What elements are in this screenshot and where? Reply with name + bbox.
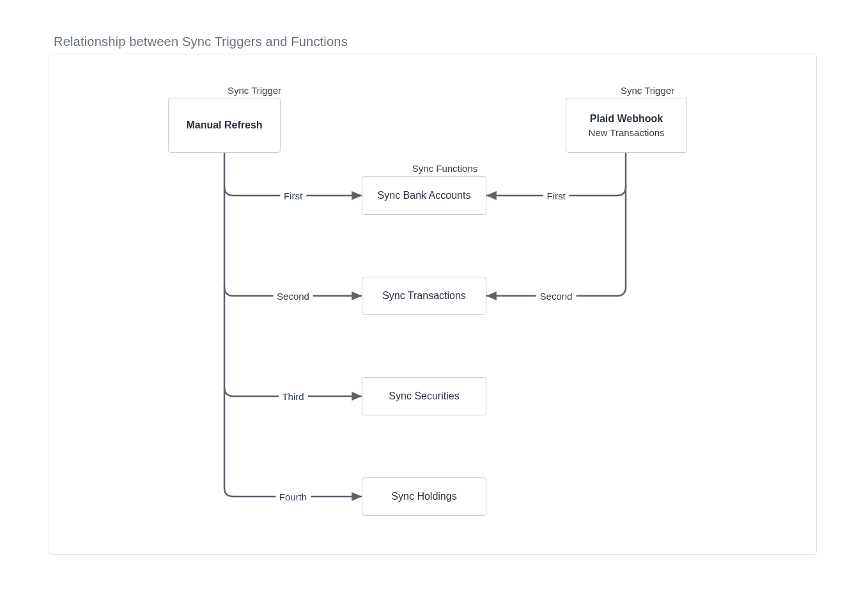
node-title: Plaid Webhook xyxy=(590,113,663,125)
node-subtitle: New Transactions xyxy=(588,127,664,138)
node-plaid-webhook: Plaid Webhook New Transactions xyxy=(566,98,687,153)
node-manual-refresh: Manual Refresh xyxy=(168,98,281,153)
edge-label-first-right: First xyxy=(543,190,569,201)
edge-label-third-left: Third xyxy=(278,391,307,402)
node-text: Sync Securities xyxy=(389,390,459,402)
label-sync-trigger-left: Sync Trigger xyxy=(222,85,286,96)
edge-label-fourth-left: Fourth xyxy=(275,491,311,502)
diagram-frame: Sync Trigger Sync Trigger Sync Functions… xyxy=(49,54,817,555)
node-sync-securities: Sync Securities xyxy=(362,377,486,415)
label-sync-trigger-right: Sync Trigger xyxy=(616,85,679,96)
node-sync-bank-accounts: Sync Bank Accounts xyxy=(362,176,486,215)
label-sync-functions: Sync Functions xyxy=(407,163,483,174)
page-title: Relationship between Sync Triggers and F… xyxy=(54,35,348,49)
edge-label-second-left: Second xyxy=(273,291,313,302)
node-text: Sync Holdings xyxy=(391,491,456,502)
node-text: Sync Transactions xyxy=(382,290,466,302)
edge-label-second-right: Second xyxy=(536,291,577,302)
node-title: Manual Refresh xyxy=(186,120,262,131)
node-sync-transactions: Sync Transactions xyxy=(362,277,486,315)
node-text: Sync Bank Accounts xyxy=(378,190,471,201)
edge-label-first-left: First xyxy=(280,190,306,201)
node-sync-holdings: Sync Holdings xyxy=(362,477,486,516)
